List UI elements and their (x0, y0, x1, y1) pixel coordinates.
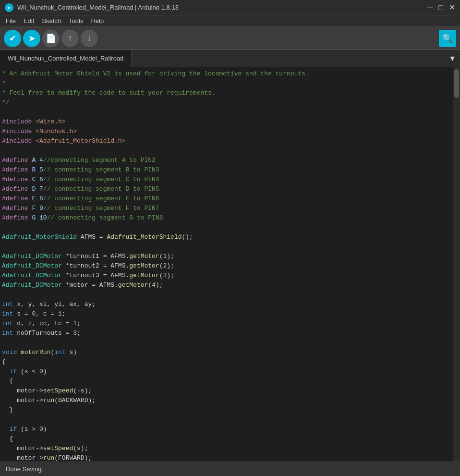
code-line: Adafruit_DCMotor *turnout1 = AFMS.getMot… (0, 252, 453, 261)
code-line (0, 415, 453, 425)
code-line: motor->setSpeed(-s); (0, 386, 453, 396)
open-button[interactable]: ↑ (61, 30, 79, 47)
code-line (0, 242, 453, 252)
code-line: #define C 6// connecting segment C to PI… (0, 175, 453, 184)
menu-tools[interactable]: Tools (65, 16, 87, 25)
menu-help[interactable]: Help (87, 16, 108, 25)
app-icon: ▶ (5, 3, 13, 12)
code-line: motor->run(FORWARD); (0, 453, 453, 462)
window-controls: ─ □ ✕ (427, 4, 455, 12)
title-text: Wii_Nunchuk_Controlled_Model_Railroad | … (17, 4, 179, 11)
code-line: #define B 5// connecting segment B to PI… (0, 165, 453, 175)
code-line: #include <Wire.h> (0, 117, 453, 127)
menu-edit[interactable]: Edit (20, 16, 38, 25)
active-tab[interactable]: Wii_Nunchuk_Controlled_Model_Railroad (0, 50, 132, 67)
code-line (0, 338, 453, 348)
code-line: */ (0, 98, 453, 108)
code-line: { (0, 357, 453, 367)
code-area[interactable]: * An Adafruit Motor Shield V2 is used fo… (0, 67, 453, 462)
code-line: #define E 8// connecting segment E to PI… (0, 194, 453, 204)
scrollbar-right[interactable] (453, 67, 460, 462)
code-line: void motorRun(int s) (0, 348, 453, 357)
code-line: int d, z, cc, tc = 1; (0, 319, 453, 329)
code-line: #define F 9// connecting segment F to PI… (0, 204, 453, 213)
menu-file[interactable]: File (2, 16, 20, 25)
title-bar: ▶ Wii_Nunchuk_Controlled_Model_Railroad … (0, 0, 460, 15)
new-button[interactable]: 📄 (42, 30, 60, 47)
code-line: #define G 10// connecting segment G to P… (0, 213, 453, 223)
code-line: * Feel free to modify the code to suit y… (0, 88, 453, 98)
code-line: #define A 4//connecting segment A to PIN… (0, 156, 453, 165)
tab-bar: Wii_Nunchuk_Controlled_Model_Railroad ▼ (0, 50, 460, 67)
title-bar-left: ▶ Wii_Nunchuk_Controlled_Model_Railroad … (5, 3, 179, 12)
menu-bar: File Edit Sketch Tools Help (0, 15, 460, 27)
code-line: } (0, 405, 453, 415)
maximize-button[interactable]: □ (438, 4, 443, 12)
code-line: Adafruit_DCMotor *motor = AFMS.getMotor(… (0, 281, 453, 290)
search-button[interactable]: 🔍 (439, 30, 456, 47)
code-line: { (0, 434, 453, 444)
code-line: if (s < 0) (0, 367, 453, 377)
code-line: { (0, 377, 453, 386)
code-line: int noOfTurnouts = 3; (0, 329, 453, 338)
code-line: * An Adafruit Motor Shield V2 is used fo… (0, 69, 453, 79)
toolbar: ✔ ➤ 📄 ↑ ↓ 🔍 (0, 27, 460, 50)
code-line: * (0, 79, 453, 88)
save-button[interactable]: ↓ (81, 30, 98, 47)
code-line: Adafruit_DCMotor *turnout3 = AFMS.getMot… (0, 271, 453, 281)
code-line: Adafruit_DCMotor *turnout2 = AFMS.getMot… (0, 261, 453, 271)
code-line: motor->run(BACKWARD); (0, 396, 453, 405)
menu-sketch[interactable]: Sketch (38, 16, 65, 25)
code-line: #include <Adafruit_MotorShield.h> (0, 136, 453, 146)
close-button[interactable]: ✕ (449, 4, 455, 12)
status-bar: Done Saving. (0, 462, 460, 476)
code-line: motor->setSpeed(s); (0, 444, 453, 453)
code-line (0, 290, 453, 300)
minimize-button[interactable]: ─ (427, 4, 433, 12)
code-line: int x, y, xl, yl, ax, ay; (0, 300, 453, 309)
code-line (0, 223, 453, 232)
status-text: Done Saving. (6, 465, 43, 473)
code-line: int s = 0, c = 1; (0, 309, 453, 319)
upload-button[interactable]: ➤ (23, 30, 40, 47)
code-line: #define D 7// connecting segment D to PI… (0, 184, 453, 194)
code-line: if (s > 0) (0, 425, 453, 434)
code-line: Adafruit_MotorShield AFMS = Adafruit_Mot… (0, 232, 453, 242)
verify-button[interactable]: ✔ (4, 30, 21, 47)
code-line (0, 108, 453, 117)
tab-dropdown-button[interactable]: ▼ (445, 50, 460, 67)
code-container: * An Adafruit Motor Shield V2 is used fo… (0, 67, 460, 462)
code-line (0, 146, 453, 156)
code-line: #include <Nunchuk.h> (0, 127, 453, 136)
scrollbar-thumb[interactable] (454, 69, 459, 98)
